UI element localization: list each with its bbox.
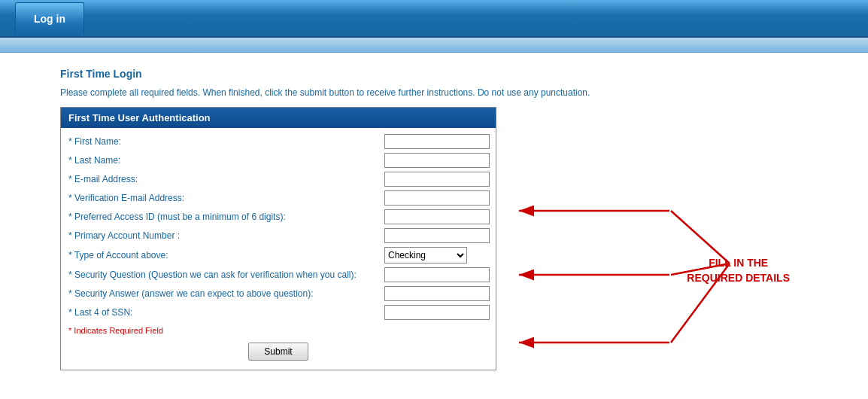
submit-button[interactable]: Submit: [248, 343, 308, 361]
required-note: * Indicates Required Field: [68, 326, 488, 335]
input-last-name[interactable]: [384, 153, 490, 168]
input-verify-email[interactable]: [384, 190, 490, 206]
row-ssn: * Last 4 of SSN:: [68, 305, 488, 320]
fill-annotation: FILL IN THE REQUIRED DETAILS: [687, 256, 790, 285]
form-header: First Time User Authentication: [61, 108, 496, 128]
row-email: * E-mail Address:: [68, 172, 488, 187]
fill-line1: FILL IN THE: [709, 257, 768, 269]
instructions-text: Please complete all required fields. Whe…: [60, 87, 808, 98]
login-tab-label: Log in: [34, 13, 65, 25]
label-last-name: * Last Name:: [68, 155, 384, 166]
page-title: First Time Login: [60, 68, 808, 80]
main-content: First Time Login Please complete all req…: [0, 53, 868, 399]
svg-line-4: [671, 211, 730, 263]
label-security-question: * Security Question (Question we can ask…: [68, 270, 384, 280]
row-last-name: * Last Name:: [68, 153, 488, 168]
sub-bar: [0, 38, 868, 53]
label-email: * E-mail Address:: [68, 174, 384, 184]
input-account-number[interactable]: [384, 228, 490, 243]
input-first-name[interactable]: [384, 134, 490, 149]
label-account-type: * Type of Account above:: [68, 250, 384, 260]
form-body: * First Name: * Last Name: * E-mail Addr…: [61, 128, 496, 370]
input-ssn[interactable]: [384, 305, 490, 320]
arrows-svg: [496, 188, 797, 399]
input-security-question[interactable]: [384, 267, 490, 282]
row-security-answer: * Security Answer (answer we can expect …: [68, 286, 488, 301]
row-first-name: * First Name:: [68, 134, 488, 149]
label-first-name: * First Name:: [68, 136, 384, 147]
input-email[interactable]: [384, 172, 490, 187]
label-ssn: * Last 4 of SSN:: [68, 307, 384, 318]
row-account-number: * Primary Account Number :: [68, 228, 488, 243]
label-verify-email: * Verification E-mail Address:: [68, 193, 384, 203]
select-account-type[interactable]: Checking Savings: [384, 247, 467, 263]
label-security-answer: * Security Answer (answer we can expect …: [68, 288, 384, 299]
label-account-number: * Primary Account Number :: [68, 230, 384, 241]
row-security-question: * Security Question (Question we can ask…: [68, 267, 488, 282]
login-tab[interactable]: Log in: [15, 2, 84, 34]
svg-line-6: [671, 263, 730, 343]
input-access-id[interactable]: [384, 209, 490, 224]
form-box: First Time User Authentication * First N…: [60, 107, 496, 370]
fill-line2: REQUIRED DETAILS: [687, 272, 790, 284]
svg-line-5: [671, 263, 730, 275]
input-security-answer[interactable]: [384, 286, 490, 301]
row-access-id: * Preferred Access ID (must be a minimum…: [68, 209, 488, 224]
label-access-id: * Preferred Access ID (must be a minimum…: [68, 212, 384, 222]
annotations-overlay: FILL IN THE REQUIRED DETAILS: [496, 188, 797, 399]
row-verify-email: * Verification E-mail Address:: [68, 190, 488, 206]
top-nav-bar: Log in: [0, 0, 868, 38]
submit-row: Submit: [68, 343, 488, 361]
row-account-type: * Type of Account above: Checking Saving…: [68, 247, 488, 263]
